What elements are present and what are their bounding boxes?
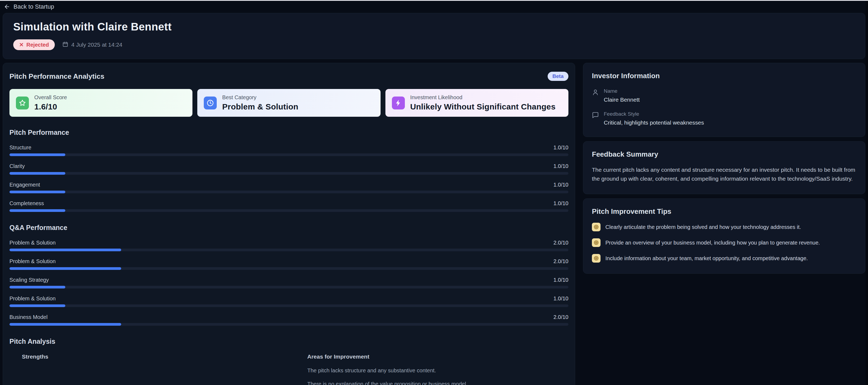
progress-track [9, 267, 568, 270]
bar-label: Engagement [9, 182, 40, 188]
person-icon [592, 89, 599, 103]
progress-track [9, 153, 568, 156]
field-label: Name [604, 88, 640, 94]
performance-bar-engagement: Engagement 1.0/10 [9, 182, 568, 193]
investor-name-field: Name Claire Bennett [592, 88, 857, 103]
back-to-startup-link[interactable]: Back to Startup [0, 1, 58, 13]
bar-value: 2.0/10 [553, 258, 568, 265]
bar-value: 1.0/10 [553, 144, 568, 151]
bar-label: Problem & Solution [9, 258, 56, 265]
tip-text: Provide an overview of your business mod… [606, 240, 820, 246]
tip-item: Provide an overview of your business mod… [592, 238, 857, 247]
field-label: Feedback Style [604, 111, 704, 117]
qa-performance-title: Q&A Performance [9, 224, 568, 232]
progress-fill [9, 172, 65, 175]
progress-fill [9, 249, 121, 251]
feedback-summary-card: Feedback Summary The current pitch lacks… [583, 141, 865, 194]
improvements-title: Areas for Improvement [307, 353, 569, 360]
investor-name-value: Claire Bennett [604, 97, 640, 103]
calendar-icon [62, 41, 68, 48]
feedback-style-value: Critical, highlights potential weaknesse… [604, 119, 704, 126]
stat-label: Investment Likelihood [410, 94, 556, 101]
bar-label: Completeness [9, 200, 44, 207]
progress-fill [9, 209, 65, 212]
performance-bar-structure: Structure 1.0/10 [9, 144, 568, 156]
progress-fill [9, 267, 121, 270]
target-icon [592, 254, 600, 262]
performance-bar-completeness: Completeness 1.0/10 [9, 200, 568, 212]
tip-item: Include information about your team, mar… [592, 254, 857, 262]
x-icon: ✕ [19, 41, 24, 48]
bar-value: 1.0/10 [553, 200, 568, 207]
stat-label: Best Category [222, 94, 298, 101]
progress-fill [9, 323, 121, 326]
strengths-title: Strengths [22, 353, 283, 360]
qa-bar-business-model: Business Model 2.0/10 [9, 314, 568, 326]
scrollbar-track[interactable] [866, 1, 868, 385]
improvements-column: Areas for Improvement The pitch lacks st… [295, 353, 569, 385]
improvement-item: There is no explanation of the value pro… [307, 381, 569, 385]
performance-bar-clarity: Clarity 1.0/10 [9, 163, 568, 175]
target-icon [592, 223, 600, 231]
beta-badge: Beta [548, 72, 568, 81]
back-link-label: Back to Startup [13, 3, 54, 10]
progress-track [9, 249, 568, 251]
window-top-edge [0, 0, 868, 1]
progress-fill [9, 153, 65, 156]
chat-icon [592, 112, 599, 126]
bar-value: 1.0/10 [553, 182, 568, 188]
date-label: 4 July 2025 at 14:24 [71, 41, 122, 48]
strengths-column: Strengths [9, 353, 283, 385]
overall-score-value: 1.6/10 [34, 102, 67, 111]
clock-icon [204, 97, 217, 109]
progress-fill [9, 304, 65, 307]
progress-track [9, 209, 568, 212]
arrow-left-icon [4, 3, 10, 10]
analytics-section-title: Pitch Performance Analytics [9, 72, 104, 81]
feedback-summary-body: The current pitch lacks any content and … [592, 166, 857, 183]
bar-label: Scaling Strategy [9, 277, 49, 283]
investor-info-title: Investor Information [592, 72, 857, 80]
target-icon [592, 238, 600, 247]
improvement-tips-title: Pitch Improvement Tips [592, 207, 857, 216]
zap-icon [392, 97, 405, 109]
pitch-improvement-tips-card: Pitch Improvement Tips Clearly articulat… [583, 199, 865, 274]
qa-bar-problem-solution-3: Problem & Solution 1.0/10 [9, 295, 568, 307]
investment-likelihood-value: Unlikely Without Significant Changes [410, 102, 556, 111]
bar-label: Clarity [9, 163, 25, 169]
bar-value: 1.0/10 [553, 277, 568, 283]
bar-label: Problem & Solution [9, 295, 56, 302]
bar-value: 2.0/10 [553, 314, 568, 320]
tip-item: Clearly articulate the problem being sol… [592, 223, 857, 231]
pitch-performance-title: Pitch Performance [9, 129, 568, 136]
status-badge: ✕ Rejected [13, 39, 55, 50]
bar-value: 1.0/10 [553, 163, 568, 169]
feedback-summary-title: Feedback Summary [592, 150, 857, 159]
pitch-analytics-card: Pitch Performance Analytics Beta Overall… [3, 63, 575, 385]
pitch-analysis-title: Pitch Analysis [9, 338, 568, 345]
bar-value: 2.0/10 [553, 240, 568, 246]
tip-text: Include information about your team, mar… [606, 255, 808, 261]
best-category-card: Best Category Problem & Solution [197, 89, 380, 117]
bar-label: Business Model [9, 314, 48, 320]
page-title: Simulation with Claire Bennett [13, 21, 855, 33]
qa-bar-problem-solution-2: Problem & Solution 2.0/10 [9, 258, 568, 270]
qa-bar-scaling-strategy: Scaling Strategy 1.0/10 [9, 277, 568, 288]
progress-track [9, 304, 568, 307]
best-category-value: Problem & Solution [222, 102, 298, 111]
progress-track [9, 286, 568, 288]
tip-text: Clearly articulate the problem being sol… [606, 224, 801, 230]
simulation-header-card: Simulation with Claire Bennett ✕ Rejecte… [3, 13, 865, 59]
simulation-date: 4 July 2025 at 14:24 [62, 41, 122, 48]
overall-score-card: Overall Score 1.6/10 [9, 89, 192, 117]
improvement-item: The pitch lacks structure and any substa… [307, 368, 569, 374]
progress-track [9, 172, 568, 175]
status-badge-label: Rejected [26, 42, 49, 48]
investment-likelihood-card: Investment Likelihood Unlikely Without S… [385, 89, 568, 117]
stat-label: Overall Score [34, 94, 67, 101]
qa-bar-problem-solution-1: Problem & Solution 2.0/10 [9, 240, 568, 251]
progress-fill [9, 190, 65, 193]
bar-label: Structure [9, 144, 31, 151]
progress-track [9, 323, 568, 326]
progress-track [9, 190, 568, 193]
